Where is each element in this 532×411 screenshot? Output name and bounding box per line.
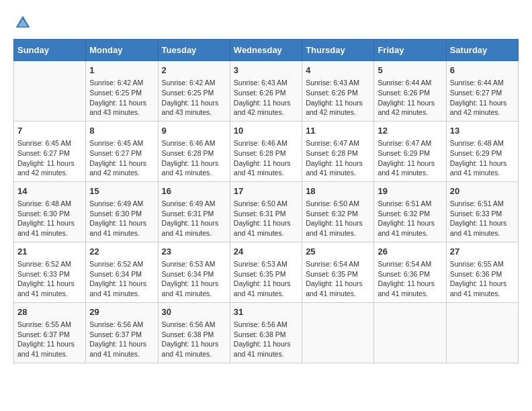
day-info: Sunrise: 6:46 AM Sunset: 6:28 PM Dayligh… [162, 138, 226, 178]
day-number: 17 [234, 185, 298, 197]
day-info: Sunrise: 6:46 AM Sunset: 6:28 PM Dayligh… [234, 138, 298, 178]
weekday-header-wednesday: Wednesday [230, 40, 302, 61]
calendar-cell: 20Sunrise: 6:51 AM Sunset: 6:33 PM Dayli… [446, 181, 518, 242]
day-info: Sunrise: 6:43 AM Sunset: 6:26 PM Dayligh… [234, 78, 298, 118]
calendar-cell [374, 302, 446, 363]
calendar-cell: 4Sunrise: 6:43 AM Sunset: 6:26 PM Daylig… [302, 61, 374, 122]
day-number: 18 [306, 185, 370, 197]
day-info: Sunrise: 6:55 AM Sunset: 6:37 PM Dayligh… [17, 320, 82, 359]
calendar-cell: 25Sunrise: 6:54 AM Sunset: 6:35 PM Dayli… [302, 242, 374, 302]
day-info: Sunrise: 6:44 AM Sunset: 6:26 PM Dayligh… [378, 78, 442, 118]
day-number: 15 [89, 185, 154, 197]
day-number: 3 [234, 64, 298, 77]
day-number: 7 [17, 125, 82, 137]
header-row: SundayMondayTuesdayWednesdayThursdayFrid… [14, 40, 519, 61]
day-number: 6 [450, 64, 515, 77]
day-info: Sunrise: 6:56 AM Sunset: 6:38 PM Dayligh… [234, 320, 298, 359]
day-number: 25 [306, 246, 370, 258]
day-number: 22 [89, 246, 154, 258]
day-info: Sunrise: 6:50 AM Sunset: 6:31 PM Dayligh… [234, 199, 298, 238]
day-info: Sunrise: 6:53 AM Sunset: 6:34 PM Dayligh… [162, 259, 226, 299]
day-number: 29 [89, 306, 154, 318]
calendar-cell: 9Sunrise: 6:46 AM Sunset: 6:28 PM Daylig… [158, 121, 230, 181]
calendar-cell: 5Sunrise: 6:44 AM Sunset: 6:26 PM Daylig… [374, 61, 446, 122]
day-info: Sunrise: 6:45 AM Sunset: 6:27 PM Dayligh… [89, 138, 154, 178]
day-info: Sunrise: 6:50 AM Sunset: 6:32 PM Dayligh… [306, 199, 370, 238]
calendar-cell: 22Sunrise: 6:52 AM Sunset: 6:34 PM Dayli… [86, 242, 158, 302]
calendar-cell: 2Sunrise: 6:42 AM Sunset: 6:25 PM Daylig… [158, 61, 230, 122]
day-number: 26 [378, 246, 442, 258]
day-info: Sunrise: 6:49 AM Sunset: 6:30 PM Dayligh… [89, 199, 154, 238]
calendar-table: SundayMondayTuesdayWednesdayThursdayFrid… [13, 39, 519, 363]
calendar-week-4: 21Sunrise: 6:52 AM Sunset: 6:33 PM Dayli… [14, 242, 519, 302]
calendar-cell: 10Sunrise: 6:46 AM Sunset: 6:28 PM Dayli… [230, 121, 302, 181]
weekday-header-saturday: Saturday [446, 40, 518, 61]
day-info: Sunrise: 6:47 AM Sunset: 6:28 PM Dayligh… [306, 138, 370, 178]
weekday-header-tuesday: Tuesday [158, 40, 230, 61]
day-number: 23 [162, 246, 226, 258]
day-info: Sunrise: 6:47 AM Sunset: 6:29 PM Dayligh… [378, 138, 442, 178]
day-number: 31 [234, 306, 298, 318]
calendar-cell: 14Sunrise: 6:48 AM Sunset: 6:30 PM Dayli… [14, 181, 86, 242]
weekday-header-thursday: Thursday [302, 40, 374, 61]
calendar-cell: 18Sunrise: 6:50 AM Sunset: 6:32 PM Dayli… [302, 181, 374, 242]
day-number: 5 [378, 64, 442, 77]
day-number: 19 [378, 185, 442, 197]
calendar-cell: 3Sunrise: 6:43 AM Sunset: 6:26 PM Daylig… [230, 61, 302, 122]
day-number: 9 [162, 125, 226, 137]
calendar-week-2: 7Sunrise: 6:45 AM Sunset: 6:27 PM Daylig… [14, 121, 519, 181]
calendar-cell: 15Sunrise: 6:49 AM Sunset: 6:30 PM Dayli… [86, 181, 158, 242]
calendar-cell: 11Sunrise: 6:47 AM Sunset: 6:28 PM Dayli… [302, 121, 374, 181]
calendar-week-5: 28Sunrise: 6:55 AM Sunset: 6:37 PM Dayli… [14, 302, 519, 363]
calendar-cell: 12Sunrise: 6:47 AM Sunset: 6:29 PM Dayli… [374, 121, 446, 181]
calendar-cell: 24Sunrise: 6:53 AM Sunset: 6:35 PM Dayli… [230, 242, 302, 302]
day-number: 11 [306, 125, 370, 137]
day-info: Sunrise: 6:55 AM Sunset: 6:36 PM Dayligh… [450, 259, 515, 299]
calendar-cell: 7Sunrise: 6:45 AM Sunset: 6:27 PM Daylig… [14, 121, 86, 181]
day-info: Sunrise: 6:52 AM Sunset: 6:34 PM Dayligh… [89, 259, 154, 299]
day-info: Sunrise: 6:56 AM Sunset: 6:38 PM Dayligh… [162, 320, 226, 359]
day-info: Sunrise: 6:52 AM Sunset: 6:33 PM Dayligh… [17, 259, 82, 299]
calendar-cell: 27Sunrise: 6:55 AM Sunset: 6:36 PM Dayli… [446, 242, 518, 302]
day-number: 16 [162, 185, 226, 197]
calendar-cell: 29Sunrise: 6:56 AM Sunset: 6:37 PM Dayli… [86, 302, 158, 363]
weekday-header-friday: Friday [374, 40, 446, 61]
calendar-cell [14, 61, 86, 122]
day-info: Sunrise: 6:56 AM Sunset: 6:37 PM Dayligh… [89, 320, 154, 359]
day-number: 24 [234, 246, 298, 258]
calendar-cell: 31Sunrise: 6:56 AM Sunset: 6:38 PM Dayli… [230, 302, 302, 363]
calendar-cell: 1Sunrise: 6:42 AM Sunset: 6:25 PM Daylig… [86, 61, 158, 122]
calendar-cell: 6Sunrise: 6:44 AM Sunset: 6:27 PM Daylig… [446, 61, 518, 122]
day-number: 13 [450, 125, 515, 137]
day-number: 1 [89, 64, 154, 77]
day-info: Sunrise: 6:45 AM Sunset: 6:27 PM Dayligh… [17, 138, 82, 178]
calendar-cell: 8Sunrise: 6:45 AM Sunset: 6:27 PM Daylig… [86, 121, 158, 181]
day-number: 21 [17, 246, 82, 258]
calendar-cell: 17Sunrise: 6:50 AM Sunset: 6:31 PM Dayli… [230, 181, 302, 242]
day-info: Sunrise: 6:48 AM Sunset: 6:30 PM Dayligh… [17, 199, 82, 238]
calendar-cell: 28Sunrise: 6:55 AM Sunset: 6:37 PM Dayli… [14, 302, 86, 363]
day-number: 4 [306, 64, 370, 77]
day-number: 27 [450, 246, 515, 258]
page-header [13, 13, 519, 32]
calendar-cell: 16Sunrise: 6:49 AM Sunset: 6:31 PM Dayli… [158, 181, 230, 242]
logo [13, 13, 35, 32]
day-info: Sunrise: 6:54 AM Sunset: 6:36 PM Dayligh… [378, 259, 442, 299]
day-number: 28 [17, 306, 82, 318]
calendar-cell: 23Sunrise: 6:53 AM Sunset: 6:34 PM Dayli… [158, 242, 230, 302]
calendar-cell [446, 302, 518, 363]
calendar-week-3: 14Sunrise: 6:48 AM Sunset: 6:30 PM Dayli… [14, 181, 519, 242]
weekday-header-monday: Monday [86, 40, 158, 61]
day-info: Sunrise: 6:49 AM Sunset: 6:31 PM Dayligh… [162, 199, 226, 238]
day-info: Sunrise: 6:44 AM Sunset: 6:27 PM Dayligh… [450, 78, 515, 118]
calendar-cell: 21Sunrise: 6:52 AM Sunset: 6:33 PM Dayli… [14, 242, 86, 302]
calendar-cell: 30Sunrise: 6:56 AM Sunset: 6:38 PM Dayli… [158, 302, 230, 363]
day-number: 8 [89, 125, 154, 137]
calendar-week-1: 1Sunrise: 6:42 AM Sunset: 6:25 PM Daylig… [14, 61, 519, 122]
day-info: Sunrise: 6:42 AM Sunset: 6:25 PM Dayligh… [89, 78, 154, 118]
day-info: Sunrise: 6:51 AM Sunset: 6:32 PM Dayligh… [378, 199, 442, 238]
day-info: Sunrise: 6:53 AM Sunset: 6:35 PM Dayligh… [234, 259, 298, 299]
calendar-cell: 26Sunrise: 6:54 AM Sunset: 6:36 PM Dayli… [374, 242, 446, 302]
day-number: 20 [450, 185, 515, 197]
calendar-cell [302, 302, 374, 363]
